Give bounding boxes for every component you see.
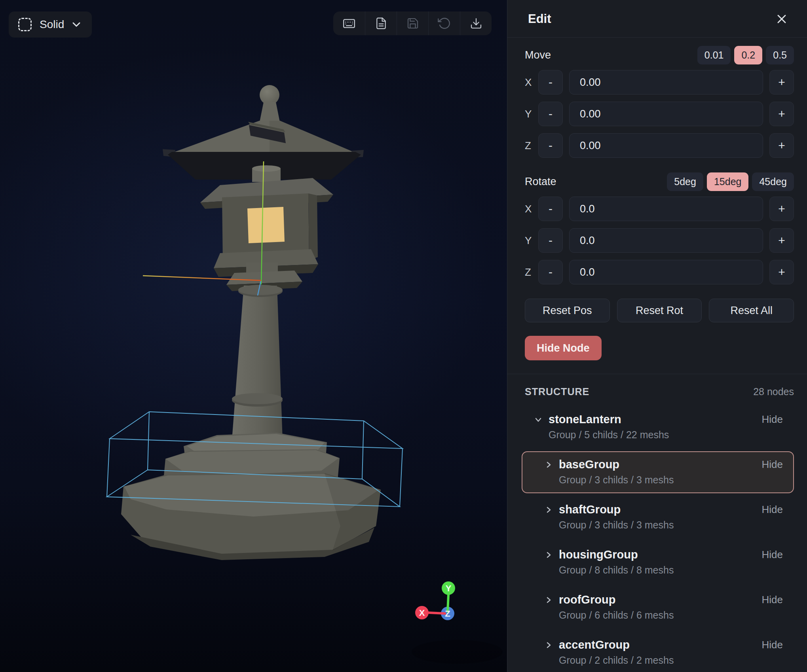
move-z-input[interactable] [569,133,763,158]
axis-label-y: Y [525,108,538,120]
move-step-0.2[interactable]: 0.2 [734,46,762,64]
rotate-label: Rotate [525,176,556,188]
chevron-right-icon[interactable] [544,640,554,650]
node-meta: Group / 5 childs / 22 meshs [549,429,783,441]
chevron-right-icon[interactable] [544,595,554,605]
node-hide-button[interactable]: Hide [762,639,783,651]
node-hide-button[interactable]: Hide [762,549,783,561]
node-meta: Group / 3 childs / 3 meshs [559,474,783,486]
gizmo-x-label: X [419,608,425,618]
gizmo-z-label: Z [445,609,450,619]
undo-button[interactable] [428,11,460,35]
close-panel-button[interactable] [776,13,787,25]
axis-gizmo: Z X Y [415,581,455,620]
move-y-row: Y - + [525,102,794,126]
rotate-x-decrement-button[interactable]: - [538,197,563,221]
rotate-section-header: Rotate 5deg 15deg 45deg [525,171,794,192]
rotate-y-input[interactable] [569,228,763,253]
rotate-x-input[interactable] [569,197,763,221]
structure-heading: STRUCTURE [525,386,589,398]
chevron-right-icon[interactable] [544,550,554,560]
move-y-increment-button[interactable]: + [769,102,794,126]
axis-label-x: X [525,76,538,89]
move-y-input[interactable] [569,102,763,126]
move-step-0.5[interactable]: 0.5 [766,46,794,64]
gizmo-y-label: Y [446,583,452,593]
node-hide-button[interactable]: Hide [762,458,783,471]
move-x-input[interactable] [569,70,763,95]
app-window: Z X Y Solid [0,0,807,672]
rotate-y-row: Y - + [525,228,794,253]
move-x-increment-button[interactable]: + [769,70,794,95]
structure-node-roofgroup[interactable]: roofGroup Hide Group / 6 childs / 6 mesh… [525,587,794,628]
reset-all-button[interactable]: Reset All [709,299,794,322]
chevron-down-icon[interactable] [534,415,544,424]
structure-node-shaftgroup[interactable]: shaftGroup Hide Group / 3 childs / 3 mes… [525,496,794,538]
move-z-increment-button[interactable]: + [769,133,794,158]
node-name: accentGroup [559,638,630,651]
rotate-y-decrement-button[interactable]: - [538,228,563,253]
axis-label-x: X [525,203,538,215]
x-close-icon [776,13,787,25]
node-hide-button[interactable]: Hide [762,504,783,516]
node-hide-button[interactable]: Hide [762,594,783,606]
rotate-section: Rotate 5deg 15deg 45deg X - + Y - [525,171,794,284]
structure-node-housinggroup[interactable]: housingGroup Hide Group / 8 childs / 8 m… [525,541,794,583]
structure-node-count: 28 nodes [753,386,794,398]
rotate-z-increment-button[interactable]: + [769,260,794,284]
structure-node-stonelantern[interactable]: stoneLantern Hide Group / 5 childs / 22 … [525,406,794,448]
file-button[interactable] [365,11,397,35]
lantern-window [247,207,285,243]
lantern-scene: Z X Y [0,0,507,672]
node-name: housingGroup [559,548,638,561]
structure-node-accentgroup[interactable]: accentGroup Hide Group / 2 childs / 2 me… [525,632,794,672]
rotate-step-45deg[interactable]: 45deg [752,172,794,191]
keyboard-shortcuts-button[interactable] [333,11,365,35]
chevron-down-icon [72,22,81,27]
move-x-decrement-button[interactable]: - [538,70,563,95]
structure-header: STRUCTURE 28 nodes [525,386,794,398]
node-meta: Group / 2 childs / 2 meshs [559,655,783,666]
undo-rotate-ccw-icon [438,17,451,30]
lantern-model [121,85,381,560]
move-step-0.01[interactable]: 0.01 [697,46,731,64]
structure-node-basegroup[interactable]: baseGroup Hide Group / 3 childs / 3 mesh… [522,451,794,493]
move-step-group: 0.01 0.2 0.5 [697,46,794,64]
shading-mode-dropdown[interactable]: Solid [9,11,92,38]
rotate-step-15deg[interactable]: 15deg [707,172,749,191]
axis-label-y: Y [525,235,538,247]
rotate-z-input[interactable] [569,260,763,284]
rotate-step-5deg[interactable]: 5deg [667,172,703,191]
download-button[interactable] [460,11,492,35]
node-hide-button[interactable]: Hide [762,413,783,426]
node-meta: Group / 6 childs / 6 meshs [559,610,783,621]
reset-pos-button[interactable]: Reset Pos [525,299,610,322]
rotate-step-group: 5deg 15deg 45deg [667,172,794,191]
rotate-x-increment-button[interactable]: + [769,197,794,221]
shading-mode-label: Solid [40,18,64,31]
reset-rot-button[interactable]: Reset Rot [617,299,702,322]
keyboard-icon [342,17,356,30]
save-button[interactable] [397,11,428,35]
dashed-square-icon [18,18,32,31]
move-section-header: Move 0.01 0.2 0.5 [525,45,794,65]
finial-spire [260,102,280,122]
move-y-decrement-button[interactable]: - [538,102,563,126]
node-meta: Group / 3 childs / 3 meshs [559,519,783,531]
panel-body: Move 0.01 0.2 0.5 X - + Y - + Z [507,38,807,672]
reset-actions: Reset Pos Reset Rot Reset All [525,299,794,322]
hide-node-button[interactable]: Hide Node [525,336,602,360]
axis-label-z: Z [525,266,538,278]
chevron-right-icon[interactable] [544,505,554,515]
download-icon [470,17,482,30]
save-icon [406,17,419,30]
node-name: stoneLantern [549,413,621,426]
rotate-z-decrement-button[interactable]: - [538,260,563,284]
panel-header: Edit [507,0,807,38]
chevron-right-icon[interactable] [544,460,554,469]
ground-shadow [412,640,503,664]
viewport-3d[interactable]: Z X Y Solid [0,0,507,672]
move-z-decrement-button[interactable]: - [538,133,563,158]
rotate-y-increment-button[interactable]: + [769,228,794,253]
node-name: shaftGroup [559,503,621,516]
